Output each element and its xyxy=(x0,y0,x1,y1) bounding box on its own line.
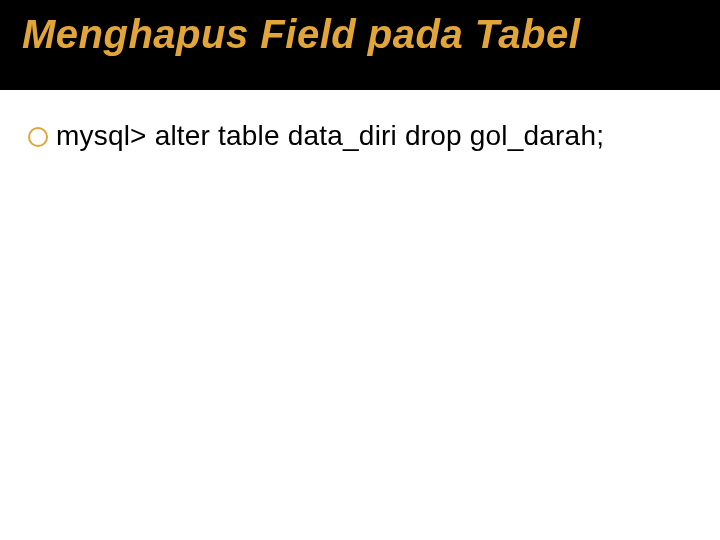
slide-body: mysql> alter table data_diri drop gol_da… xyxy=(28,118,692,153)
bullet-item: mysql> alter table data_diri drop gol_da… xyxy=(28,118,692,153)
title-bar: Menghapus Field pada Tabel xyxy=(0,0,720,90)
slide-title: Menghapus Field pada Tabel xyxy=(22,12,580,57)
bullet-text: mysql> alter table data_diri drop gol_da… xyxy=(56,118,604,153)
slide: Menghapus Field pada Tabel mysql> alter … xyxy=(0,0,720,540)
bullet-icon xyxy=(28,127,48,147)
